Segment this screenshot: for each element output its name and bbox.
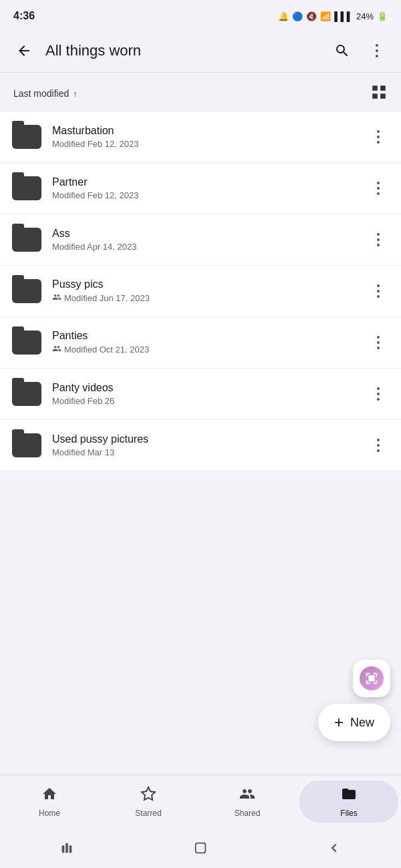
file-date-panty-videos: Modified Feb 26 (52, 396, 114, 406)
bluetooth-icon: 🔵 (292, 11, 303, 21)
shared-badge-pussy-pics (52, 292, 61, 304)
file-date-ass: Modified Apr 14, 2023 (52, 242, 136, 252)
file-meta-panties: Modified Oct 21, 2023 (52, 344, 366, 355)
shared-icon (239, 786, 255, 806)
grid-view-button[interactable] (370, 83, 388, 103)
file-item-pussy-pics[interactable]: Pussy picsModified Jun 17, 2023 (0, 266, 401, 317)
back-gesture-button[interactable] (327, 841, 342, 855)
file-item-masturbation[interactable]: MasturbationModified Feb 12, 2023 (0, 112, 401, 163)
sort-label-text: Last modified (13, 88, 69, 99)
home-icon (41, 786, 57, 806)
home-gesture-button[interactable] (193, 841, 208, 855)
file-more-button-masturbation[interactable] (366, 125, 390, 149)
sort-arrow-icon: ↑ (73, 89, 78, 99)
nav-item-shared[interactable]: Shared (198, 775, 297, 828)
file-info-masturbation: MasturbationModified Feb 12, 2023 (52, 125, 366, 149)
file-meta-used-pussy-pictures: Modified Mar 13 (52, 447, 366, 457)
files-icon (341, 786, 357, 806)
more-options-button[interactable] (364, 37, 390, 64)
file-info-panties: PantiesModified Oct 21, 2023 (52, 330, 366, 355)
svg-rect-1 (62, 845, 65, 853)
file-item-panties[interactable]: PantiesModified Oct 21, 2023 (0, 317, 401, 369)
file-more-button-panties[interactable] (366, 331, 390, 355)
file-meta-ass: Modified Apr 14, 2023 (52, 242, 366, 252)
file-meta-partner: Modified Feb 12, 2023 (52, 190, 366, 200)
file-meta-pussy-pics: Modified Jun 17, 2023 (52, 292, 366, 304)
starred-icon (140, 786, 156, 806)
file-info-used-pussy-pictures: Used pussy picturesModified Mar 13 (52, 433, 366, 457)
scan-icon (360, 666, 384, 690)
recents-button[interactable] (59, 841, 74, 855)
folder-icon-masturbation (11, 121, 43, 153)
new-fab-label: New (350, 716, 374, 730)
search-button[interactable] (329, 37, 356, 64)
file-more-button-panty-videos[interactable] (366, 382, 390, 406)
file-date-partner: Modified Feb 12, 2023 (52, 190, 138, 200)
status-bar: 4:36 🔔 🔵 🔇 📶 ▌▌▌ 24% 🔋 (0, 0, 401, 29)
file-info-ass: AssModified Apr 14, 2023 (52, 228, 366, 252)
file-item-ass[interactable]: AssModified Apr 14, 2023 (0, 214, 401, 266)
nav-item-starred[interactable]: Starred (99, 775, 198, 828)
mute-icon: 🔇 (306, 11, 317, 21)
plus-icon: + (334, 713, 344, 732)
folder-icon-panty-videos (11, 378, 43, 410)
file-more-button-pussy-pics[interactable] (366, 279, 390, 303)
folder-icon-panties (11, 327, 43, 359)
file-more-button-used-pussy-pictures[interactable] (366, 433, 390, 457)
sort-bar: Last modified ↑ (0, 73, 401, 112)
file-info-partner: PartnerModified Feb 12, 2023 (52, 176, 366, 200)
battery-icon: 🔋 (377, 11, 388, 21)
file-meta-masturbation: Modified Feb 12, 2023 (52, 139, 366, 149)
folder-icon-partner (11, 172, 43, 204)
nav-item-home[interactable]: Home (0, 775, 99, 828)
file-name-panty-videos: Panty videos (52, 382, 366, 394)
more-options-icon (376, 44, 378, 57)
file-item-panty-videos[interactable]: Panty videosModified Feb 26 (0, 369, 401, 420)
nav-label-files: Files (340, 809, 357, 818)
folder-icon-pussy-pics (11, 275, 43, 307)
nav-label-shared: Shared (235, 809, 261, 818)
file-meta-panty-videos: Modified Feb 26 (52, 396, 366, 406)
file-name-used-pussy-pictures: Used pussy pictures (52, 433, 366, 445)
file-date-pussy-pics: Modified Jun 17, 2023 (64, 293, 150, 303)
app-bar: All things worn (0, 29, 401, 72)
android-nav (0, 828, 401, 868)
file-date-panties: Modified Oct 21, 2023 (64, 345, 149, 355)
file-name-pussy-pics: Pussy pics (52, 278, 366, 290)
file-info-panty-videos: Panty videosModified Feb 26 (52, 382, 366, 406)
file-item-used-pussy-pictures[interactable]: Used pussy picturesModified Mar 13 (0, 420, 401, 471)
signal-icon: ▌▌▌ (334, 11, 353, 21)
file-more-button-ass[interactable] (366, 228, 390, 252)
file-name-panties: Panties (52, 330, 366, 342)
nav-label-starred: Starred (135, 809, 161, 818)
svg-rect-2 (65, 843, 68, 853)
page-title: All things worn (45, 42, 321, 59)
back-button[interactable] (11, 37, 37, 64)
file-item-partner[interactable]: PartnerModified Feb 12, 2023 (0, 163, 401, 214)
bottom-nav: Home Starred Shared Files (0, 775, 401, 828)
folder-icon-ass (11, 224, 43, 256)
file-info-pussy-pics: Pussy picsModified Jun 17, 2023 (52, 278, 366, 304)
file-name-ass: Ass (52, 228, 366, 240)
nav-label-home: Home (39, 809, 60, 818)
alarm-icon: 🔔 (278, 11, 289, 21)
svg-rect-4 (196, 843, 206, 853)
fab-container: + New (318, 660, 390, 741)
svg-rect-3 (70, 845, 72, 853)
file-date-masturbation: Modified Feb 12, 2023 (52, 139, 138, 149)
folder-icon-used-pussy-pictures (11, 429, 43, 461)
file-name-partner: Partner (52, 176, 366, 188)
status-icons: 🔔 🔵 🔇 📶 ▌▌▌ 24% 🔋 (278, 11, 388, 21)
shared-badge-panties (52, 344, 61, 355)
file-name-masturbation: Masturbation (52, 125, 366, 137)
file-list: MasturbationModified Feb 12, 2023Partner… (0, 112, 401, 471)
svg-marker-0 (142, 787, 155, 800)
file-more-button-partner[interactable] (366, 176, 390, 200)
scan-fab-button[interactable] (353, 660, 390, 697)
new-fab-button[interactable]: + New (318, 704, 390, 741)
status-time: 4:36 (13, 10, 35, 22)
sort-control[interactable]: Last modified ↑ (13, 88, 78, 99)
file-date-used-pussy-pictures: Modified Mar 13 (52, 447, 114, 457)
fab-area: + New (0, 660, 401, 741)
nav-item-files[interactable]: Files (299, 781, 398, 823)
